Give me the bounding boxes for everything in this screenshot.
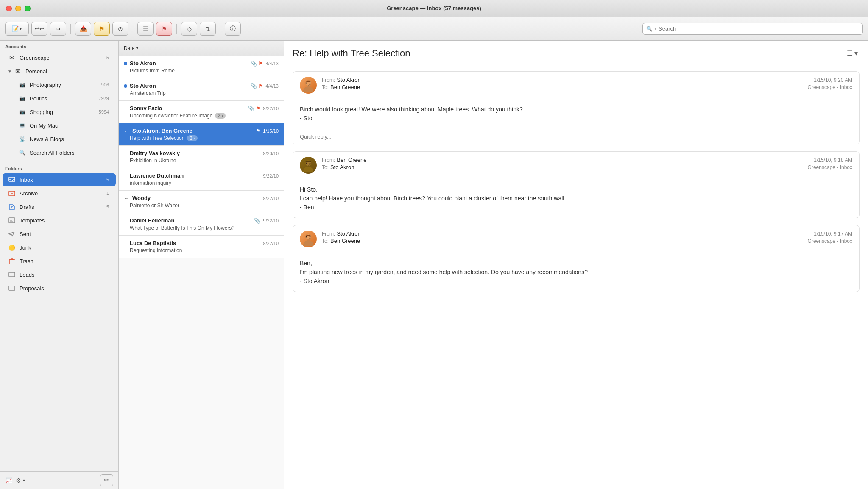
search-filter-icon: ▾	[654, 26, 657, 31]
sidebar-item-photography[interactable]: 📷 Photography 906	[3, 78, 116, 91]
sidebar-item-leads[interactable]: Leads	[3, 268, 116, 281]
unread-indicator	[124, 84, 127, 88]
attachment-icon: 📎	[251, 83, 257, 89]
close-button[interactable]	[6, 6, 12, 11]
sidebar-item-search-all[interactable]: 🔍 Search All Folders	[3, 146, 116, 159]
personal-disclosure-icon: ▼	[8, 69, 12, 74]
message-item[interactable]: Lawrence Dutchman 9/22/10 information in…	[119, 168, 284, 191]
email-meta: From: Sto Akron 1/15/10, 9:20 AM To: Ben…	[322, 77, 852, 90]
filter-icon: ◇	[187, 25, 192, 32]
maximize-button[interactable]	[25, 6, 31, 11]
message-item[interactable]: Sto Akron 📎 ⚑ 4/4/13 Pictures from Rome	[119, 56, 284, 78]
sidebar-item-junk[interactable]: 🟡 Junk	[3, 241, 116, 254]
on-my-mac-icon: 💻	[18, 121, 26, 130]
email-card: From: Sto Akron 1/15/10, 9:17 AM To: Ben…	[293, 225, 860, 292]
flag-indicator: ⚑	[258, 61, 263, 67]
separator-1	[70, 24, 71, 34]
trash-icon	[8, 257, 16, 265]
avatar	[300, 77, 317, 94]
to-name: Ben Greene	[330, 84, 360, 90]
sidebar-item-drafts[interactable]: Drafts 5	[3, 200, 116, 213]
email-card: From: Ben Greene 1/15/10, 9:18 AM To: St…	[293, 151, 860, 218]
message-sender: Luca De Baptistis	[130, 240, 260, 246]
junk-label: Junk	[20, 244, 111, 251]
forward-button[interactable]: ↪	[50, 22, 66, 36]
sidebar-item-trash[interactable]: Trash	[3, 255, 116, 267]
message-item[interactable]: ← Woody 9/22/10 Palmetto or Sir Walter	[119, 191, 284, 213]
sidebar-item-personal[interactable]: ▼ ✉ Personal	[3, 65, 116, 78]
message-date: 9/23/10	[263, 151, 279, 156]
detail-menu-button[interactable]: ☰ ▾	[845, 47, 860, 59]
sidebar-item-proposals[interactable]: Proposals	[3, 282, 116, 295]
message-subject: Upcoming Newsletter Feature Image 2 ›	[130, 113, 279, 119]
email-card-header: From: Sto Akron 1/15/10, 9:20 AM To: Ben…	[293, 72, 859, 99]
quick-reply-input[interactable]	[300, 133, 852, 140]
sort-button[interactable]: ⇅	[200, 22, 216, 36]
compose-button[interactable]: 📝 ▾	[5, 22, 29, 36]
sent-label: Sent	[20, 231, 111, 237]
message-date: 9/22/10	[263, 218, 279, 223]
window-controls[interactable]	[6, 6, 31, 11]
rules-button[interactable]: ☰	[137, 22, 154, 36]
search-input[interactable]	[659, 25, 859, 32]
thread-count: 3 ›	[187, 135, 198, 141]
message-item[interactable]: Luca De Baptistis 9/22/10 Requesting inf…	[119, 236, 284, 258]
sidebar-item-greenscape[interactable]: ✉ Greenscape 5	[3, 51, 116, 64]
email-card: From: Sto Akron 1/15/10, 9:20 AM To: Ben…	[293, 71, 860, 144]
sort-icon: ⇅	[205, 25, 210, 32]
activity-button[interactable]: 📈	[5, 477, 12, 484]
drafts-icon	[8, 203, 16, 211]
delete-button[interactable]: ⊘	[112, 22, 128, 36]
svg-point-13	[306, 163, 307, 164]
new-message-button[interactable]: ✏	[100, 474, 113, 486]
sidebar-item-shopping[interactable]: 📷 Shopping 5994	[3, 106, 116, 118]
move-button[interactable]: ⚑	[156, 22, 172, 36]
compose-icon: 📝	[12, 25, 19, 32]
reply-all-button[interactable]: ↩↩	[31, 22, 47, 36]
delete-icon: ⊘	[118, 25, 123, 32]
toolbar: 📝 ▾ ↩↩ ↪ 📥 ⚑ ⊘ ☰ ⚑ ◇ ⇅ ⓘ 🔍 ▾	[0, 17, 868, 41]
message-item[interactable]: Daniel Hellerman 📎 9/22/10 What Type of …	[119, 213, 284, 236]
sidebar-item-sent[interactable]: Sent	[3, 228, 116, 240]
settings-button[interactable]: ⚙ ▾	[16, 477, 25, 484]
archive-button[interactable]: 📥	[75, 22, 91, 36]
sidebar-item-inbox[interactable]: Inbox 5	[3, 173, 116, 186]
reply-arrow-icon: ←	[124, 128, 129, 134]
message-subject: Amsterdam Trip	[130, 90, 279, 96]
message-item[interactable]: Sto Akron 📎 ⚑ 4/4/13 Amsterdam Trip	[119, 78, 284, 101]
svg-rect-4	[9, 286, 15, 290]
from-label: From:	[322, 77, 335, 83]
sidebar-item-templates[interactable]: Templates	[3, 214, 116, 227]
inbox-count: 5	[105, 177, 111, 182]
svg-point-14	[310, 163, 311, 164]
message-item[interactable]: Sonny Fazio 📎 ⚑ 9/22/10 Upcoming Newslet…	[119, 101, 284, 123]
email-time: 1/15/10, 9:18 AM	[814, 157, 852, 163]
leads-label: Leads	[20, 272, 111, 278]
sidebar-item-news-blogs[interactable]: 📡 News & Blogs	[3, 133, 116, 145]
sidebar-item-archive[interactable]: Archive 1	[3, 187, 116, 200]
message-subject: Requesting information	[130, 247, 279, 253]
message-item[interactable]: ← Sto Akron, Ben Greene ⚑ 1/15/10 Help w…	[119, 123, 284, 146]
email-from-row: From: Sto Akron 1/15/10, 9:20 AM	[322, 77, 852, 83]
inbox-label: Greenscape - Inbox	[808, 238, 852, 244]
message-item[interactable]: Dmitry Vas'kovskiy 9/23/10 Exhibition in…	[119, 146, 284, 168]
message-subject: information inquiry	[130, 180, 279, 186]
sidebar-item-on-my-mac[interactable]: 💻 On My Mac	[3, 119, 116, 132]
archive-icon: 📥	[80, 25, 87, 32]
minimize-button[interactable]	[15, 6, 21, 11]
settings-chevron: ▾	[23, 478, 25, 483]
proposals-icon	[8, 284, 16, 292]
flag-button[interactable]: ⚑	[94, 22, 110, 36]
detail-scroll[interactable]: From: Sto Akron 1/15/10, 9:20 AM To: Ben…	[284, 64, 868, 489]
from-name: Sto Akron	[337, 231, 360, 237]
flag-indicator: ⚑	[256, 106, 260, 111]
templates-label: Templates	[20, 217, 111, 224]
sidebar-item-politics[interactable]: 📷 Politics 7979	[3, 92, 116, 105]
separator-2	[133, 24, 133, 34]
filter-button[interactable]: ◇	[181, 22, 197, 36]
info-button[interactable]: ⓘ	[225, 22, 241, 36]
message-subject: Pictures from Rome	[130, 68, 279, 74]
greenscape-label: Greenscape	[20, 55, 105, 61]
sort-date-button[interactable]: Date ▾	[124, 45, 138, 51]
archive-count: 1	[105, 191, 111, 196]
